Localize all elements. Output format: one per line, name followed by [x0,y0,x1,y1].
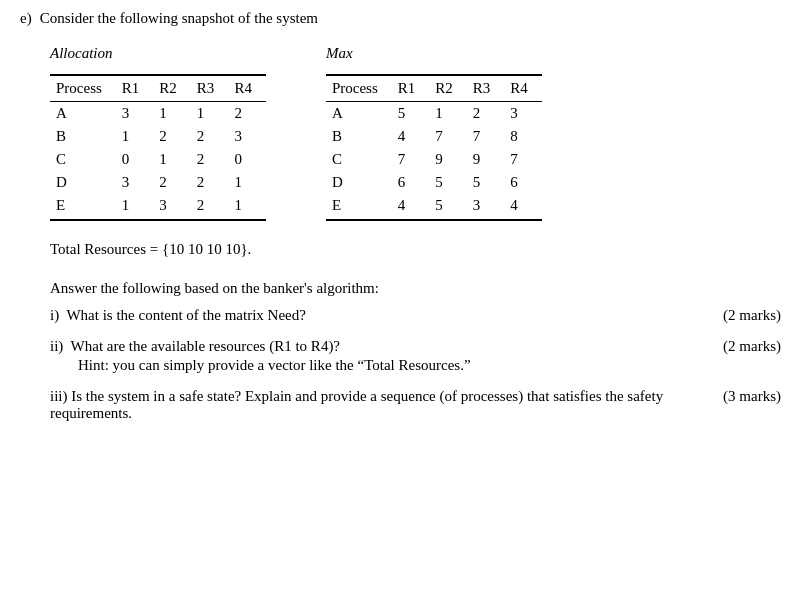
tables-section: Allocation Process R1 R2 R3 R4 A3112B122… [50,45,781,221]
sub-question-ii-label: ii) [50,338,71,354]
max-row-e: E4534 [326,194,542,220]
max-header-r1: R1 [392,75,430,102]
max-r3-a: 2 [467,102,505,126]
max-r1-b: 4 [392,125,430,148]
max-r4-a: 3 [504,102,542,126]
question-title: Consider the following snapshot of the s… [40,10,318,27]
alloc-process-e: E [50,194,116,220]
max-r2-c: 9 [429,148,467,171]
alloc-process-b: B [50,125,116,148]
alloc-r3-c: 2 [191,148,229,171]
max-process-a: A [326,102,392,126]
sub-question-iii-content: iii) Is the system in a safe state? Expl… [50,388,703,422]
alloc-row-e: E1321 [50,194,266,220]
alloc-r2-a: 1 [153,102,191,126]
total-resources: Total Resources = {10 10 10 10}. [50,241,781,258]
allocation-header-row: Process R1 R2 R3 R4 [50,75,266,102]
sub-question-i-text: What is the content of the matrix Need? [66,307,306,323]
alloc-r3-b: 2 [191,125,229,148]
max-row-a: A5123 [326,102,542,126]
question-label: e) [20,10,32,27]
allocation-label: Allocation [50,45,266,62]
alloc-r1-c: 0 [116,148,154,171]
max-r4-e: 4 [504,194,542,220]
max-r3-c: 9 [467,148,505,171]
max-r3-b: 7 [467,125,505,148]
alloc-process-d: D [50,171,116,194]
sub-question-ii-marks: (2 marks) [723,338,781,355]
max-header-r3: R3 [467,75,505,102]
alloc-header-process: Process [50,75,116,102]
max-header-r2: R2 [429,75,467,102]
max-process-b: B [326,125,392,148]
alloc-row-c: C0120 [50,148,266,171]
alloc-r3-a: 1 [191,102,229,126]
alloc-process-c: C [50,148,116,171]
sub-question-i-content: i) What is the content of the matrix Nee… [50,307,703,324]
alloc-r4-b: 3 [228,125,266,148]
max-process-c: C [326,148,392,171]
alloc-header-r2: R2 [153,75,191,102]
max-r4-c: 7 [504,148,542,171]
max-process-d: D [326,171,392,194]
alloc-r2-e: 3 [153,194,191,220]
max-row-b: B4778 [326,125,542,148]
alloc-r3-e: 2 [191,194,229,220]
alloc-r1-d: 3 [116,171,154,194]
alloc-r1-a: 3 [116,102,154,126]
alloc-row-b: B1223 [50,125,266,148]
max-label: Max [326,45,542,62]
max-r4-b: 8 [504,125,542,148]
max-row-d: D6556 [326,171,542,194]
alloc-header-r4: R4 [228,75,266,102]
max-r3-d: 5 [467,171,505,194]
max-table-block: Max Process R1 R2 R3 R4 A5123B4778C7997D… [326,45,542,221]
sub-question-ii-text: What are the available resources (R1 to … [71,338,340,354]
alloc-r2-c: 1 [153,148,191,171]
max-process-e: E [326,194,392,220]
alloc-header-r3: R3 [191,75,229,102]
max-r2-a: 1 [429,102,467,126]
sub-question-i-label: i) [50,307,66,323]
alloc-row-a: A3112 [50,102,266,126]
question-header: e) Consider the following snapshot of th… [20,10,781,27]
sub-question-iii-text: Is the system in a safe state? Explain a… [50,388,663,421]
max-r2-b: 7 [429,125,467,148]
max-table: Process R1 R2 R3 R4 A5123B4778C7997D6556… [326,74,542,221]
max-r1-d: 6 [392,171,430,194]
max-r2-d: 5 [429,171,467,194]
answer-section: Answer the following based on the banker… [50,280,781,422]
answer-intro: Answer the following based on the banker… [50,280,781,297]
max-r3-e: 3 [467,194,505,220]
alloc-r3-d: 2 [191,171,229,194]
alloc-row-d: D3221 [50,171,266,194]
alloc-r4-d: 1 [228,171,266,194]
sub-question-ii: ii) What are the available resources (R1… [50,338,781,355]
sub-question-iii-marks: (3 marks) [723,388,781,405]
hint-text: Hint: you can simply provide a vector li… [78,357,781,374]
max-r2-e: 5 [429,194,467,220]
alloc-r4-a: 2 [228,102,266,126]
alloc-r4-c: 0 [228,148,266,171]
alloc-process-a: A [50,102,116,126]
sub-question-iii-wrapper: iii) Is the system in a safe state? Expl… [50,388,781,422]
max-r1-e: 4 [392,194,430,220]
alloc-r2-b: 2 [153,125,191,148]
alloc-header-r1: R1 [116,75,154,102]
max-row-c: C7997 [326,148,542,171]
max-header-process: Process [326,75,392,102]
alloc-r1-e: 1 [116,194,154,220]
max-r1-a: 5 [392,102,430,126]
allocation-table-block: Allocation Process R1 R2 R3 R4 A3112B122… [50,45,266,221]
sub-question-i: i) What is the content of the matrix Nee… [50,307,781,324]
max-header-row: Process R1 R2 R3 R4 [326,75,542,102]
sub-question-ii-wrapper: ii) What are the available resources (R1… [50,338,781,374]
alloc-r2-d: 2 [153,171,191,194]
alloc-r1-b: 1 [116,125,154,148]
sub-question-iii-label: iii) [50,388,71,404]
sub-question-i-marks: (2 marks) [723,307,781,324]
max-r4-d: 6 [504,171,542,194]
max-r1-c: 7 [392,148,430,171]
allocation-table: Process R1 R2 R3 R4 A3112B1223C0120D3221… [50,74,266,221]
sub-question-ii-content: ii) What are the available resources (R1… [50,338,703,355]
